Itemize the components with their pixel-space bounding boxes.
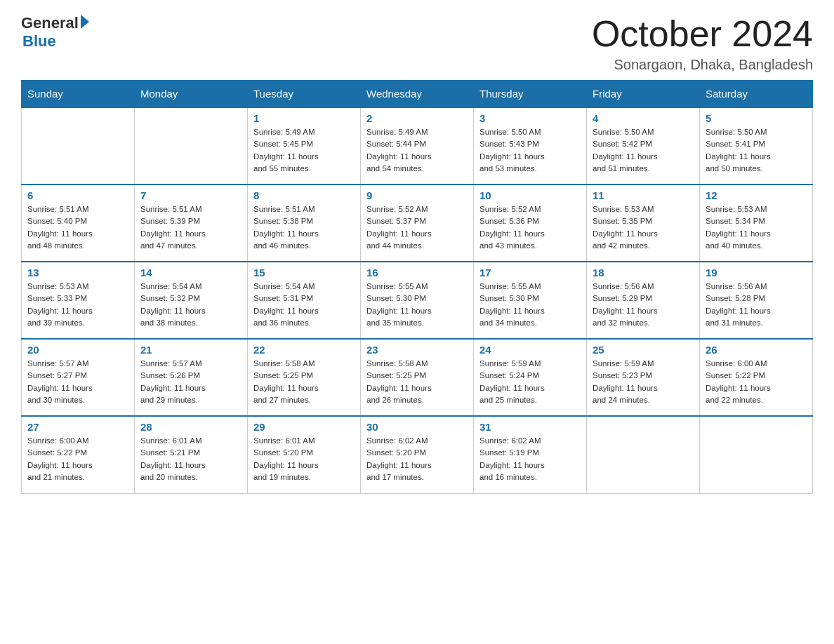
day-info: Sunrise: 5:58 AM Sunset: 5:25 PM Dayligh… (366, 358, 468, 406)
calendar-cell: 6Sunrise: 5:51 AM Sunset: 5:40 PM Daylig… (22, 185, 135, 262)
day-number: 17 (479, 267, 581, 279)
day-number: 30 (366, 421, 468, 433)
day-number: 3 (479, 112, 581, 124)
calendar-cell: 7Sunrise: 5:51 AM Sunset: 5:39 PM Daylig… (135, 185, 248, 262)
calendar-cell: 25Sunrise: 5:59 AM Sunset: 5:23 PM Dayli… (587, 339, 700, 416)
day-info: Sunrise: 5:50 AM Sunset: 5:43 PM Dayligh… (479, 126, 581, 175)
day-info: Sunrise: 5:52 AM Sunset: 5:36 PM Dayligh… (479, 203, 581, 252)
day-number: 4 (593, 112, 694, 124)
day-number: 25 (593, 344, 694, 356)
calendar-cell (22, 107, 135, 185)
day-info: Sunrise: 6:00 AM Sunset: 5:22 PM Dayligh… (27, 435, 128, 483)
day-info: Sunrise: 6:00 AM Sunset: 5:22 PM Dayligh… (706, 358, 807, 406)
day-number: 11 (593, 189, 694, 201)
calendar-cell: 19Sunrise: 5:56 AM Sunset: 5:28 PM Dayli… (700, 262, 813, 339)
calendar-cell: 11Sunrise: 5:53 AM Sunset: 5:35 PM Dayli… (587, 185, 700, 262)
week-row-3: 13Sunrise: 5:53 AM Sunset: 5:33 PM Dayli… (22, 262, 813, 339)
day-number: 9 (366, 189, 468, 201)
calendar-cell: 22Sunrise: 5:58 AM Sunset: 5:25 PM Dayli… (248, 339, 361, 416)
weekday-header-thursday: Thursday (474, 81, 587, 108)
title-section: October 2024 Sonargaon, Dhaka, Banglades… (592, 14, 813, 73)
week-row-4: 20Sunrise: 5:57 AM Sunset: 5:27 PM Dayli… (22, 339, 813, 416)
weekday-header-row: SundayMondayTuesdayWednesdayThursdayFrid… (22, 81, 813, 108)
day-info: Sunrise: 5:56 AM Sunset: 5:29 PM Dayligh… (593, 281, 694, 329)
day-info: Sunrise: 5:54 AM Sunset: 5:32 PM Dayligh… (140, 281, 241, 329)
calendar-cell: 20Sunrise: 5:57 AM Sunset: 5:27 PM Dayli… (22, 339, 135, 416)
day-number: 7 (140, 189, 241, 201)
day-info: Sunrise: 5:50 AM Sunset: 5:41 PM Dayligh… (706, 126, 807, 175)
calendar-cell: 29Sunrise: 6:01 AM Sunset: 5:20 PM Dayli… (248, 416, 361, 493)
calendar-cell (135, 107, 248, 185)
day-info: Sunrise: 5:50 AM Sunset: 5:42 PM Dayligh… (593, 126, 694, 175)
day-info: Sunrise: 5:51 AM Sunset: 5:38 PM Dayligh… (253, 203, 355, 252)
calendar-cell: 27Sunrise: 6:00 AM Sunset: 5:22 PM Dayli… (22, 416, 135, 493)
day-number: 31 (479, 421, 581, 433)
day-number: 1 (253, 112, 355, 124)
calendar-cell: 8Sunrise: 5:51 AM Sunset: 5:38 PM Daylig… (248, 185, 361, 262)
day-number: 28 (140, 421, 241, 433)
week-row-5: 27Sunrise: 6:00 AM Sunset: 5:22 PM Dayli… (22, 416, 813, 493)
day-number: 23 (366, 344, 468, 356)
calendar-cell: 13Sunrise: 5:53 AM Sunset: 5:33 PM Dayli… (22, 262, 135, 339)
day-info: Sunrise: 5:57 AM Sunset: 5:26 PM Dayligh… (140, 358, 241, 406)
weekday-header-monday: Monday (135, 81, 248, 108)
week-row-1: 1Sunrise: 5:49 AM Sunset: 5:45 PM Daylig… (22, 107, 813, 185)
day-info: Sunrise: 6:01 AM Sunset: 5:21 PM Dayligh… (140, 435, 241, 483)
day-number: 16 (366, 267, 468, 279)
calendar-cell: 12Sunrise: 5:53 AM Sunset: 5:34 PM Dayli… (700, 185, 813, 262)
calendar-cell: 18Sunrise: 5:56 AM Sunset: 5:29 PM Dayli… (587, 262, 700, 339)
calendar-cell: 31Sunrise: 6:02 AM Sunset: 5:19 PM Dayli… (474, 416, 587, 493)
calendar-cell: 21Sunrise: 5:57 AM Sunset: 5:26 PM Dayli… (135, 339, 248, 416)
page-header: General Blue October 2024 Sonargaon, Dha… (21, 14, 813, 73)
day-number: 29 (253, 421, 355, 433)
day-info: Sunrise: 5:57 AM Sunset: 5:27 PM Dayligh… (27, 358, 128, 406)
calendar-cell: 14Sunrise: 5:54 AM Sunset: 5:32 PM Dayli… (135, 262, 248, 339)
day-info: Sunrise: 5:49 AM Sunset: 5:45 PM Dayligh… (253, 126, 355, 175)
day-number: 22 (253, 344, 355, 356)
day-number: 21 (140, 344, 241, 356)
calendar-cell: 2Sunrise: 5:49 AM Sunset: 5:44 PM Daylig… (361, 107, 474, 185)
day-info: Sunrise: 5:55 AM Sunset: 5:30 PM Dayligh… (479, 281, 581, 329)
day-info: Sunrise: 5:59 AM Sunset: 5:24 PM Dayligh… (479, 358, 581, 406)
weekday-header-wednesday: Wednesday (361, 81, 474, 108)
day-info: Sunrise: 5:49 AM Sunset: 5:44 PM Dayligh… (366, 126, 468, 175)
day-info: Sunrise: 5:51 AM Sunset: 5:40 PM Dayligh… (27, 203, 128, 252)
calendar-cell: 24Sunrise: 5:59 AM Sunset: 5:24 PM Dayli… (474, 339, 587, 416)
calendar-cell: 1Sunrise: 5:49 AM Sunset: 5:45 PM Daylig… (248, 107, 361, 185)
weekday-header-sunday: Sunday (22, 81, 135, 108)
day-number: 24 (479, 344, 581, 356)
day-info: Sunrise: 5:53 AM Sunset: 5:33 PM Dayligh… (27, 281, 128, 329)
calendar-cell: 5Sunrise: 5:50 AM Sunset: 5:41 PM Daylig… (700, 107, 813, 185)
weekday-header-tuesday: Tuesday (248, 81, 361, 108)
logo: General Blue (21, 14, 89, 51)
logo-general: General (21, 14, 79, 32)
weekday-header-friday: Friday (587, 81, 700, 108)
calendar-table: SundayMondayTuesdayWednesdayThursdayFrid… (21, 80, 813, 494)
day-number: 20 (27, 344, 128, 356)
day-number: 27 (27, 421, 128, 433)
day-number: 26 (706, 344, 807, 356)
day-info: Sunrise: 5:59 AM Sunset: 5:23 PM Dayligh… (593, 358, 694, 406)
day-number: 19 (706, 267, 807, 279)
calendar-cell: 3Sunrise: 5:50 AM Sunset: 5:43 PM Daylig… (474, 107, 587, 185)
calendar-cell: 4Sunrise: 5:50 AM Sunset: 5:42 PM Daylig… (587, 107, 700, 185)
day-info: Sunrise: 5:54 AM Sunset: 5:31 PM Dayligh… (253, 281, 355, 329)
day-info: Sunrise: 5:56 AM Sunset: 5:28 PM Dayligh… (706, 281, 807, 329)
calendar-cell: 9Sunrise: 5:52 AM Sunset: 5:37 PM Daylig… (361, 185, 474, 262)
day-info: Sunrise: 5:55 AM Sunset: 5:30 PM Dayligh… (366, 281, 468, 329)
day-info: Sunrise: 6:01 AM Sunset: 5:20 PM Dayligh… (253, 435, 355, 483)
day-info: Sunrise: 5:53 AM Sunset: 5:34 PM Dayligh… (706, 203, 807, 252)
logo-blue: Blue (22, 32, 89, 51)
calendar-cell (700, 416, 813, 493)
day-info: Sunrise: 5:58 AM Sunset: 5:25 PM Dayligh… (253, 358, 355, 406)
calendar-cell (587, 416, 700, 493)
day-number: 10 (479, 189, 581, 201)
calendar-cell: 28Sunrise: 6:01 AM Sunset: 5:21 PM Dayli… (135, 416, 248, 493)
day-number: 18 (593, 267, 694, 279)
calendar-cell: 10Sunrise: 5:52 AM Sunset: 5:36 PM Dayli… (474, 185, 587, 262)
day-number: 13 (27, 267, 128, 279)
day-number: 12 (706, 189, 807, 201)
calendar-cell: 26Sunrise: 6:00 AM Sunset: 5:22 PM Dayli… (700, 339, 813, 416)
location-title: Sonargaon, Dhaka, Bangladesh (592, 57, 813, 73)
logo-arrow-icon (81, 15, 89, 29)
